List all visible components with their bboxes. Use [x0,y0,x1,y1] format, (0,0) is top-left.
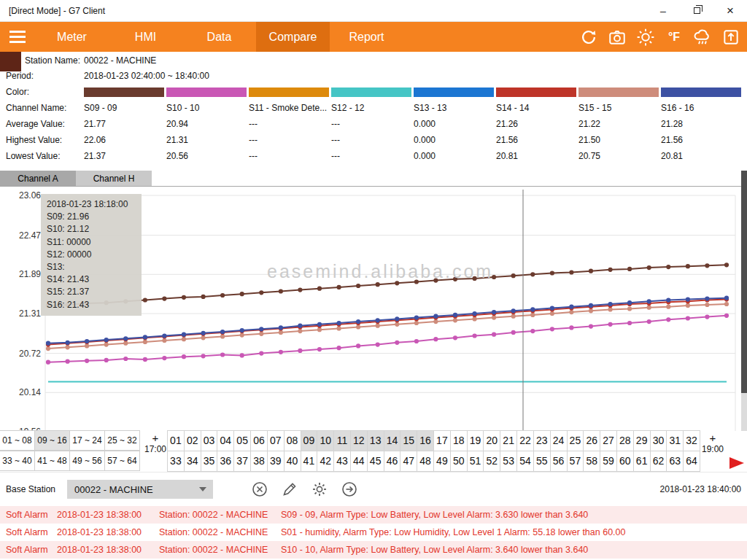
page-range-button[interactable]: 33 ~ 40 [0,451,35,471]
page-number[interactable]: 01 [167,430,185,451]
page-number[interactable]: 20 [483,430,500,451]
page-number[interactable]: 61 [633,451,651,472]
page-range-button[interactable]: 41 ~ 48 [34,451,70,471]
page-number[interactable]: 51 [467,451,484,472]
close-button[interactable]: × [713,0,747,22]
page-number[interactable]: 14 [384,430,401,451]
page-number[interactable]: 40 [284,451,301,472]
zoom-in-left-button[interactable]: + [152,432,159,444]
page-number[interactable]: 31 [666,430,684,451]
rain-icon[interactable] [691,26,714,49]
page-number[interactable]: 58 [583,451,600,472]
page-number[interactable]: 55 [533,451,551,472]
zoom-in-right-button[interactable]: + [710,432,716,444]
page-number[interactable]: 08 [284,430,301,451]
page-number[interactable]: 46 [384,451,401,472]
page-number[interactable]: 09 [301,430,318,451]
page-number[interactable]: 60 [616,451,634,472]
page-number[interactable]: 57 [567,451,584,472]
nav-tab-hmi[interactable]: HMI [109,22,182,52]
page-number[interactable]: 53 [500,451,517,472]
page-number[interactable]: 30 [650,430,667,451]
alarm-row[interactable]: Soft Alarm2018-01-23 18:38:00Station: 00… [0,541,747,559]
page-number[interactable]: 43 [333,451,351,472]
page-number[interactable]: 52 [483,451,500,472]
page-number[interactable]: 35 [201,451,218,472]
nav-tab-report[interactable]: Report [330,22,403,52]
page-number[interactable]: 23 [533,430,551,451]
page-number[interactable]: 42 [317,451,334,472]
cancel-circle-icon[interactable] [251,481,268,498]
vertical-scrollbar[interactable] [741,171,747,431]
page-number[interactable]: 28 [616,430,634,451]
nav-tab-meter[interactable]: Meter [35,22,109,52]
page-number[interactable]: 16 [417,430,434,451]
maximize-button[interactable] [680,0,713,22]
page-number[interactable]: 49 [433,451,451,472]
page-number[interactable]: 10 [317,430,334,451]
page-range-button[interactable]: 49 ~ 56 [69,451,105,471]
page-number[interactable]: 44 [350,451,368,472]
page-number[interactable]: 54 [516,451,534,472]
page-number[interactable]: 27 [600,430,617,451]
page-number[interactable]: 26 [583,430,600,451]
page-number[interactable]: 19 [467,430,484,451]
page-number[interactable]: 33 [167,451,185,472]
page-number[interactable]: 45 [367,451,384,472]
next-page-arrow-icon[interactable] [728,456,746,470]
page-number[interactable]: 11 [333,430,351,451]
page-range-button[interactable]: 25 ~ 32 [104,430,140,451]
tab-channel-h[interactable]: Channel H [76,171,152,186]
page-number[interactable]: 48 [417,451,434,472]
page-number[interactable]: 36 [217,451,234,472]
page-number[interactable]: 62 [650,451,667,472]
page-range-button[interactable]: 01 ~ 08 [0,430,35,451]
page-number[interactable]: 32 [683,430,700,451]
page-number[interactable]: 22 [516,430,534,451]
page-number[interactable]: 05 [233,430,251,451]
page-number[interactable]: 12 [350,430,368,451]
page-number[interactable]: 38 [250,451,268,472]
nav-tab-data[interactable]: Data [182,22,256,52]
export-icon[interactable] [719,26,743,49]
page-number[interactable]: 21 [500,430,517,451]
page-number[interactable]: 04 [217,430,234,451]
page-number[interactable]: 17 [433,430,451,451]
page-range-button[interactable]: 17 ~ 24 [69,430,105,451]
page-number[interactable]: 24 [550,430,568,451]
sync-icon[interactable] [577,26,600,49]
collapse-panel-button[interactable] [0,52,21,71]
page-number[interactable]: 59 [600,451,617,472]
page-range-button[interactable]: 57 ~ 64 [104,451,140,471]
page-number[interactable]: 06 [250,430,268,451]
page-number[interactable]: 34 [184,451,201,472]
apply-arrow-icon[interactable] [341,481,358,498]
page-number[interactable]: 13 [367,430,384,451]
nav-tab-compare[interactable]: Compare [256,22,330,52]
page-number[interactable]: 39 [267,451,285,472]
base-station-select[interactable]: 00022 - MACHINE [67,480,213,499]
alarm-row[interactable]: Soft Alarm2018-01-23 18:38:00Station: 00… [0,524,747,541]
hamburger-menu-icon[interactable] [0,22,35,52]
page-number[interactable]: 18 [450,430,468,451]
gear-icon[interactable] [311,481,328,498]
alarm-row[interactable]: Soft Alarm2018-01-23 18:38:00Station: 00… [0,506,747,524]
page-number[interactable]: 25 [567,430,584,451]
brightness-icon[interactable] [634,26,657,49]
page-range-button[interactable]: 09 ~ 16 [34,430,70,451]
scrollbar-thumb[interactable] [741,171,747,393]
page-number[interactable]: 15 [400,430,417,451]
page-number[interactable]: 29 [633,430,651,451]
page-number[interactable]: 07 [267,430,285,451]
page-number[interactable]: 03 [201,430,218,451]
camera-icon[interactable] [605,26,629,49]
page-number[interactable]: 50 [450,451,468,472]
minimize-button[interactable]: – [646,0,680,22]
page-number[interactable]: 56 [550,451,568,472]
tab-channel-a[interactable]: Channel A [0,171,76,186]
page-number[interactable]: 64 [683,451,700,472]
page-number[interactable]: 63 [666,451,684,472]
pencil-icon[interactable] [281,481,298,498]
page-number[interactable]: 37 [233,451,251,472]
page-number[interactable]: 02 [184,430,201,451]
